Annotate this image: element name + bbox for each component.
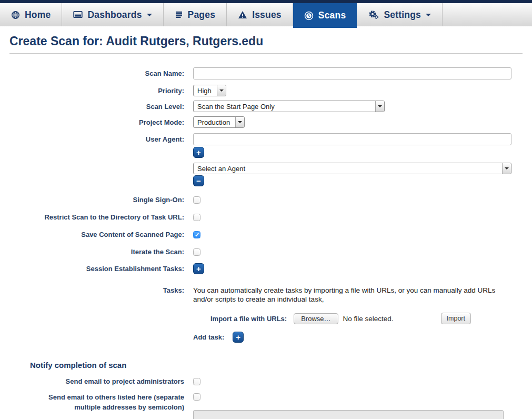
nav-item-home[interactable]: Home: [0, 3, 62, 26]
scan-level-label: Scan Level:: [9, 102, 184, 112]
single-sign-on-checkbox[interactable]: [193, 196, 200, 204]
session-tasks-label: Session Establishment Tasks:: [9, 264, 184, 274]
project-mode-label: Project Mode:: [9, 117, 184, 127]
nav-item-settings[interactable]: Settings: [357, 3, 443, 26]
restrict-scan-label: Restrict Scan to the Directory of Task U…: [9, 212, 184, 222]
plus-icon: +: [196, 265, 201, 273]
title-divider: [9, 53, 523, 54]
priority-select[interactable]: High: [193, 85, 226, 96]
restrict-scan-row: Restrict Scan to the Directory of Task U…: [9, 212, 523, 222]
session-tasks-row: Session Establishment Tasks: +: [9, 263, 523, 274]
remove-agent-button[interactable]: −: [193, 175, 204, 186]
nav-label: Home: [25, 9, 51, 21]
notify-others-label: Send email to others listed here (separa…: [9, 392, 184, 412]
single-sign-on-label: Single Sign-On:: [9, 195, 184, 205]
user-agent-input[interactable]: [193, 133, 511, 145]
save-content-label: Save Content of Scanned Page:: [9, 230, 184, 240]
nav-label: Scans: [318, 10, 346, 21]
iterate-scan-checkbox[interactable]: [193, 248, 200, 256]
nav-item-dashboards[interactable]: Dashboards: [62, 3, 163, 26]
globe-icon: [11, 11, 20, 19]
restrict-scan-checkbox[interactable]: [193, 214, 200, 221]
iterate-scan-label: Iterate the Scan:: [9, 247, 184, 257]
save-content-row: Save Content of Scanned Page:: [9, 230, 523, 240]
pages-icon: [175, 11, 183, 19]
tasks-label: Tasks:: [9, 286, 184, 295]
add-session-task-button[interactable]: +: [193, 263, 204, 274]
dropdown-arrow-icon: [235, 117, 244, 127]
import-button[interactable]: Import: [441, 313, 471, 324]
scan-level-select[interactable]: Scan the Start Page Only: [193, 101, 385, 112]
scan-level-row: Scan Level: Scan the Start Page Only: [9, 101, 523, 112]
page-title: Create Scan for: Audit Rutgers, Rutgers.…: [9, 34, 523, 48]
agent-select[interactable]: Select an Agent: [193, 163, 511, 174]
dropdown-arrow-icon: [375, 101, 384, 112]
notify-others-row: Send email to others listed here (separa…: [9, 392, 523, 412]
save-content-checkbox[interactable]: [193, 231, 200, 238]
nav-label: Settings: [384, 9, 421, 21]
warning-triangle-icon: [238, 11, 247, 19]
tasks-description: You can automatically create tasks by im…: [193, 286, 509, 304]
notify-admins-checkbox[interactable]: [193, 378, 200, 385]
chevron-down-icon: [147, 14, 152, 19]
add-user-agent-row: +: [9, 147, 523, 158]
gear-icon: [368, 10, 379, 19]
notify-section-heading: Notify completion of scan: [30, 361, 523, 370]
priority-selected-value: High: [194, 85, 217, 96]
plus-icon: +: [196, 148, 201, 156]
add-task-button[interactable]: +: [233, 332, 244, 343]
user-agent-row: User Agent:: [9, 133, 523, 145]
notify-admins-label: Send email to project administrators: [9, 376, 184, 386]
iterate-scan-row: Iterate the Scan:: [9, 247, 523, 257]
notify-others-checkbox[interactable]: [193, 393, 200, 401]
nav-item-scans[interactable]: Scans: [293, 3, 357, 28]
import-file-row: Import a file with URLs: Browse… No file…: [9, 313, 523, 324]
nav-label: Dashboards: [87, 9, 142, 21]
scan-name-row: Scan Name:: [9, 67, 523, 79]
user-agent-label: User Agent:: [9, 134, 184, 144]
nav-item-issues[interactable]: Issues: [227, 3, 293, 26]
dropdown-arrow-icon: [502, 163, 511, 174]
scan-level-selected-value: Scan the Start Page Only: [194, 101, 280, 112]
notify-others-email-input[interactable]: [193, 410, 504, 419]
nav-label: Issues: [252, 9, 282, 21]
add-task-row: Add task: +: [9, 332, 523, 343]
priority-row: Priority: High: [9, 85, 523, 96]
scan-name-label: Scan Name:: [9, 68, 184, 78]
import-file-label: Import a file with URLs:: [210, 315, 287, 323]
nav-label: Pages: [188, 9, 216, 21]
project-mode-select[interactable]: Production: [193, 116, 245, 128]
no-file-selected-text: No file selected.: [343, 315, 394, 323]
nav-item-pages[interactable]: Pages: [164, 3, 227, 26]
create-scan-form: Create Scan for: Audit Rutgers, Rutgers.…: [0, 34, 532, 419]
agent-select-row: Select an Agent: [9, 163, 523, 174]
single-sign-on-row: Single Sign-On:: [9, 195, 523, 205]
priority-label: Priority:: [9, 86, 184, 96]
monitor-icon: [73, 11, 83, 19]
agent-selected-value: Select an Agent: [194, 163, 250, 174]
create-scan-page: Home Dashboards Pages Issues Scans: [0, 0, 532, 419]
notify-admins-row: Send email to project administrators: [9, 376, 523, 386]
project-mode-selected-value: Production: [194, 117, 235, 127]
add-task-label: Add task:: [193, 333, 224, 341]
plus-icon: +: [236, 333, 240, 341]
scan-name-input[interactable]: [193, 67, 511, 79]
add-user-agent-button[interactable]: +: [193, 147, 204, 158]
main-nav: Home Dashboards Pages Issues Scans: [0, 3, 532, 26]
remove-agent-row: −: [9, 175, 523, 186]
tasks-row: Tasks: You can automatically create task…: [9, 286, 523, 304]
project-mode-row: Project Mode: Production: [9, 116, 523, 128]
chevron-down-icon: [426, 14, 431, 19]
clock-icon: [304, 11, 314, 21]
browse-button[interactable]: Browse…: [294, 313, 338, 324]
minus-icon: −: [196, 177, 201, 185]
dropdown-arrow-icon: [217, 85, 226, 96]
